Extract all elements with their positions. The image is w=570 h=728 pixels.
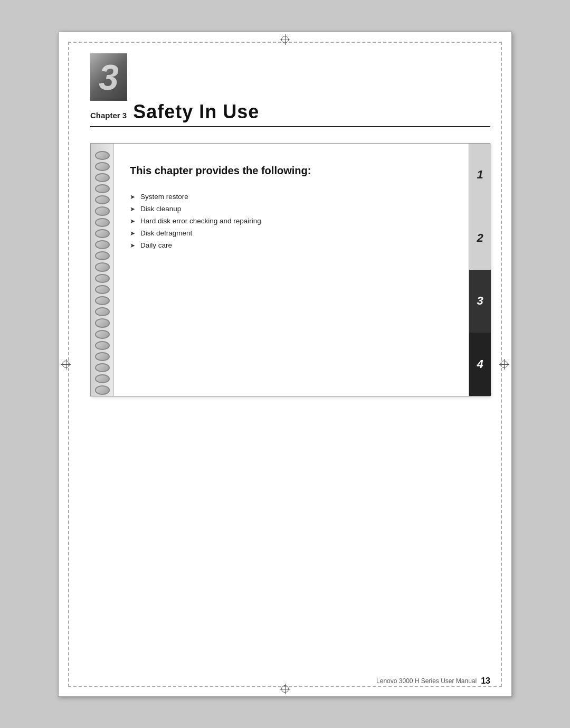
crosshair-top bbox=[280, 34, 290, 45]
spiral-ring bbox=[95, 374, 110, 383]
chapter-tab-3: 3 bbox=[469, 270, 491, 333]
spiral-ring bbox=[95, 251, 110, 260]
list-item: ➤ Hard disk error checking and repairing bbox=[130, 217, 458, 225]
chapter-label: Chapter 3 bbox=[90, 111, 127, 120]
chapter-title: Safety In Use bbox=[133, 101, 259, 123]
crosshair-left bbox=[61, 359, 71, 370]
toc-item-text: Disk cleanup bbox=[140, 205, 181, 213]
tab-label: 4 bbox=[477, 357, 483, 371]
chapter-title-row: Chapter 3 Safety In Use bbox=[90, 101, 490, 123]
spiral-ring bbox=[95, 330, 110, 339]
arrow-icon: ➤ bbox=[130, 230, 135, 237]
crosshair-right bbox=[499, 359, 509, 370]
spiral-ring bbox=[95, 218, 110, 227]
spiral-ring bbox=[95, 151, 110, 160]
list-item: ➤ Disk defragment bbox=[130, 229, 458, 237]
chapter-number-large: 3 bbox=[99, 59, 119, 95]
spiral-ring bbox=[95, 341, 110, 350]
notebook-content: This chapter provides the following: ➤ S… bbox=[114, 144, 490, 396]
arrow-icon: ➤ bbox=[130, 205, 135, 213]
spiral-ring bbox=[95, 162, 110, 171]
spiral-ring bbox=[95, 285, 110, 294]
toc-item-text: System restore bbox=[140, 193, 188, 201]
spiral-ring bbox=[95, 262, 110, 271]
tab-label: 1 bbox=[477, 168, 483, 182]
spiral-ring bbox=[95, 206, 110, 215]
list-item: ➤ System restore bbox=[130, 193, 458, 201]
crosshair-bottom bbox=[280, 684, 290, 694]
footer-manual-text: Lenovo 3000 H Series User Manual bbox=[376, 677, 477, 685]
list-item: ➤ Daily care bbox=[130, 241, 458, 249]
chapter-number-block: 3 bbox=[90, 53, 127, 101]
notebook-box: This chapter provides the following: ➤ S… bbox=[90, 143, 490, 396]
spiral-ring bbox=[95, 318, 110, 327]
list-item: ➤ Disk cleanup bbox=[130, 205, 458, 213]
spiral-ring bbox=[95, 195, 110, 204]
toc-list: ➤ System restore ➤ Disk cleanup ➤ Hard d… bbox=[130, 193, 458, 249]
spiral-ring bbox=[95, 296, 110, 305]
spiral-ring bbox=[95, 352, 110, 361]
page: 3 Chapter 3 Safety In Use bbox=[58, 32, 512, 697]
spiral-ring bbox=[95, 385, 110, 394]
chapter-tab-2: 2 bbox=[469, 206, 491, 270]
toc-item-text: Daily care bbox=[140, 241, 172, 249]
tab-label: 3 bbox=[477, 294, 483, 308]
chapter-tabs: 1 2 3 4 bbox=[469, 144, 491, 396]
footer-page-number: 13 bbox=[481, 676, 490, 686]
notebook-heading: This chapter provides the following: bbox=[130, 165, 458, 177]
chapter-tab-4: 4 bbox=[469, 333, 491, 396]
page-content: 3 Chapter 3 Safety In Use bbox=[90, 53, 490, 670]
spiral-ring bbox=[95, 229, 110, 238]
arrow-icon: ➤ bbox=[130, 218, 135, 225]
toc-item-text: Disk defragment bbox=[140, 229, 192, 237]
spiral-ring bbox=[95, 274, 110, 283]
spiral-binding bbox=[91, 144, 114, 396]
spiral-ring bbox=[95, 173, 110, 182]
toc-item-text: Hard disk error checking and repairing bbox=[140, 217, 261, 225]
chapter-tab-1: 1 bbox=[469, 144, 491, 207]
tab-label: 2 bbox=[477, 231, 483, 245]
title-divider bbox=[90, 126, 490, 127]
arrow-icon: ➤ bbox=[130, 242, 135, 249]
spiral-ring bbox=[95, 184, 110, 193]
spiral-ring bbox=[95, 307, 110, 316]
spiral-ring bbox=[95, 363, 110, 372]
spiral-ring bbox=[95, 240, 110, 249]
footer: Lenovo 3000 H Series User Manual 13 bbox=[376, 676, 490, 686]
arrow-icon: ➤ bbox=[130, 193, 135, 201]
